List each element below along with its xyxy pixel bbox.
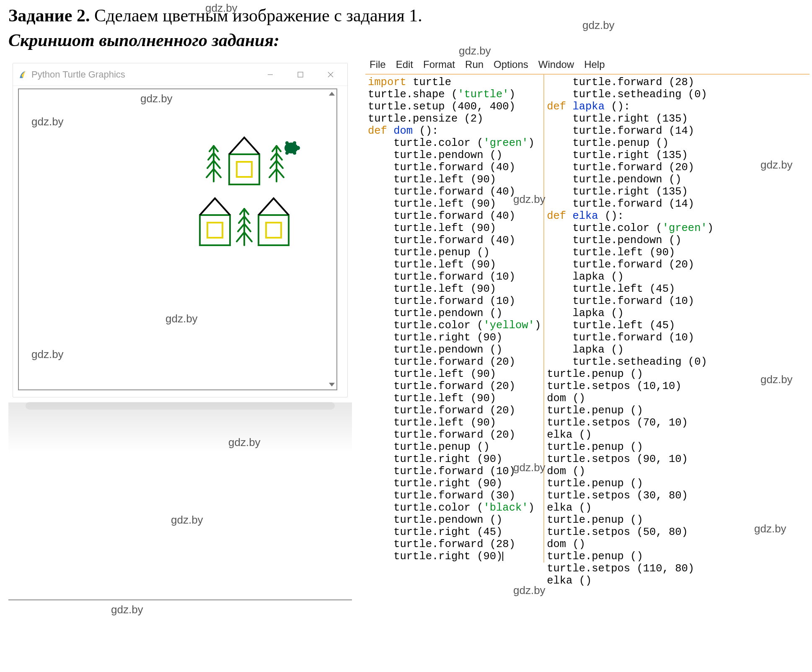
task-header: Задание 2. Сделаем цветным изображение с… xyxy=(8,3,788,53)
menu-window[interactable]: Window xyxy=(538,59,574,70)
task-line-1: Задание 2. Сделаем цветным изображение с… xyxy=(8,3,788,28)
turtle-graphics-window: Python Turtle Graphics xyxy=(13,63,348,397)
svg-point-10 xyxy=(293,151,296,155)
python-feather-icon xyxy=(18,70,27,79)
svg-rect-2 xyxy=(229,154,259,184)
bottom-rule xyxy=(8,599,352,600)
svg-point-7 xyxy=(285,141,289,145)
window-buttons xyxy=(255,65,346,84)
titlebar: Python Turtle Graphics xyxy=(13,63,347,86)
svg-point-9 xyxy=(293,141,296,145)
svg-rect-15 xyxy=(266,223,281,238)
shadow-decoration xyxy=(8,402,352,453)
svg-rect-14 xyxy=(259,215,289,245)
menu-run[interactable]: Run xyxy=(465,59,484,70)
menu-file[interactable]: File xyxy=(370,59,386,70)
svg-rect-12 xyxy=(207,223,222,238)
task-subtitle: Скриншот выполненного задания: xyxy=(8,28,788,53)
menu-help[interactable]: Help xyxy=(584,59,605,70)
scrollbar-up-arrow[interactable] xyxy=(328,90,336,98)
idle-editor-window: File Edit Format Run Options Window Help… xyxy=(365,59,809,587)
minimize-button[interactable] xyxy=(255,65,285,84)
menu-edit[interactable]: Edit xyxy=(396,59,413,70)
task-label-bold: Задание 2. xyxy=(8,6,90,25)
maximize-button[interactable] xyxy=(285,65,315,84)
svg-rect-0 xyxy=(298,72,303,77)
svg-rect-3 xyxy=(237,162,252,177)
code-area[interactable]: import turtle turtle.shape ('turtle') tu… xyxy=(365,75,809,587)
watermark: gdz.by xyxy=(111,603,143,616)
text-cursor xyxy=(502,552,503,561)
svg-point-6 xyxy=(296,146,300,150)
turtle-canvas xyxy=(18,88,337,390)
close-button[interactable] xyxy=(315,65,346,84)
menu-format[interactable]: Format xyxy=(423,59,455,70)
code-column-left: import turtle turtle.shape ('turtle') tu… xyxy=(365,75,544,563)
menu-options[interactable]: Options xyxy=(494,59,528,70)
svg-point-8 xyxy=(285,151,289,155)
turtle-drawing xyxy=(195,131,337,257)
svg-rect-11 xyxy=(200,215,230,245)
watermark: gdz.by xyxy=(171,514,203,527)
task-label-rest: Сделаем цветным изображение с задания 1. xyxy=(90,6,422,25)
code-column-right: turtle.forward (28) turtle.setheading (0… xyxy=(544,75,716,587)
turtle-window-title: Python Turtle Graphics xyxy=(31,69,255,80)
scrollbar-down-arrow[interactable] xyxy=(328,381,336,389)
menubar: File Edit Format Run Options Window Help xyxy=(365,59,809,75)
